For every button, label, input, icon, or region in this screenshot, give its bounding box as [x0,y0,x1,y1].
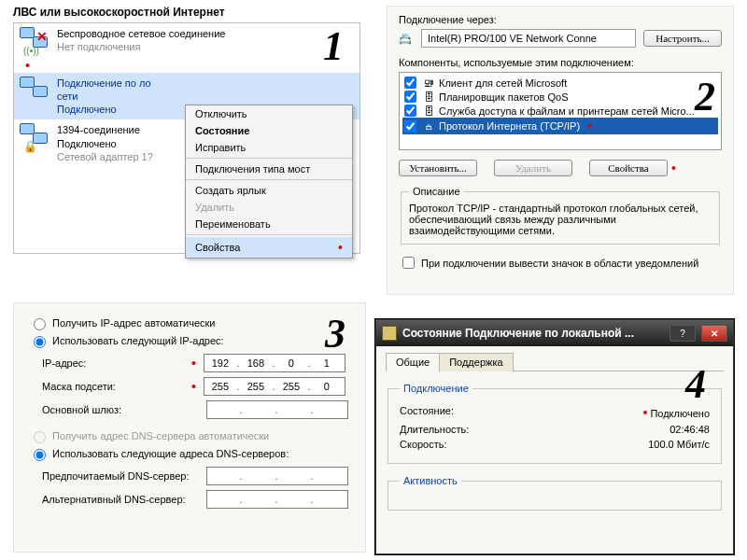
network-icon [20,77,49,103]
speed-label: Скорость: [400,439,447,450]
step-1: 1 [323,22,344,70]
menu-repair[interactable]: Исправить [186,139,352,156]
component-label: Протокол Интернета (TCP/IP) [439,120,580,132]
radio-label: Использовать следующие адреса DNS-сервер… [52,448,289,459]
group-legend: Подключение [400,383,472,394]
connection-name: 1394-соединение [57,123,153,136]
connect-via-label: Подключение через: [399,14,722,25]
tab-support[interactable]: Поддержка [439,353,513,371]
mask-label: Маска подсети: [42,381,191,392]
firewire-icon: 🔒 [23,140,37,153]
mask-input[interactable]: 255. 255. 255. 0 [204,377,345,396]
radio-label: Использовать следующий IP-адрес: [52,335,224,346]
marker-dot: • [191,356,196,371]
dns1-label: Предпочитаемый DNS-сервер: [42,470,191,482]
dns2-input[interactable]: ... [206,490,348,509]
disconnected-icon: ✕ [36,29,48,44]
component-fileprint[interactable]: 🗄 Служба доступа к файлам и принтерам се… [402,104,718,118]
gateway-input[interactable]: . . . [206,400,348,419]
step-4: 4 [685,360,706,408]
wifi-icon: ((•)) [23,46,39,56]
tabstrip: Общие Поддержка [386,352,724,371]
client-icon: 🖳 [422,77,435,89]
description-text: Протокол TCP/IP - стандартный протокол г… [409,203,712,236]
menu-delete: Удалить [186,199,352,216]
component-checkbox[interactable] [404,105,416,117]
radio-auto-ip[interactable]: Получить IP-адрес автоматически [29,315,350,330]
ip-label: IP-адрес: [42,357,191,369]
menu-bridge[interactable]: Подключения типа мост [186,161,352,177]
radio-label: Получить адрес DNS-сервера автоматически [52,430,269,441]
adapter-icon: 📇 [399,33,414,45]
group-activity: Активность [388,475,722,511]
dns1-input[interactable]: ... [206,467,348,485]
component-checkbox[interactable] [404,91,416,103]
menu-status[interactable]: Состояние [186,122,352,139]
notify-label: При подключении вывести значок в области… [421,258,698,269]
marker-dot: • [338,240,343,255]
connection-name: Беспроводное сетевое соединение [57,27,225,40]
radio-manual-ip[interactable]: Использовать следующий IP-адрес: [29,333,350,348]
connection-status: Нет подключения [57,40,225,53]
window-icon [382,326,397,341]
configure-button[interactable]: Настроить... [643,30,722,47]
network-icon: 🔒 [20,123,49,149]
close-button[interactable]: ✕ [701,325,727,342]
menu-rename[interactable]: Переименовать [186,216,352,232]
context-menu: Отключить Состояние Исправить Подключени… [185,105,353,259]
menu-label: Свойства [195,242,240,253]
component-tcpip[interactable]: 🜁 Протокол Интернета (TCP/IP) • [402,118,718,134]
properties-button[interactable]: Свойства [589,160,668,176]
description-legend: Описание [409,186,464,197]
install-button[interactable]: Установить... [399,160,477,176]
connection-wireless[interactable]: ✕ ((•)) Беспроводное сетевое соединение … [14,23,359,58]
titlebar[interactable]: Состояние Подключение по локальной ... ?… [376,320,733,346]
connection-status: Подключено [57,137,153,150]
menu-properties[interactable]: Свойства • [186,237,352,258]
duration-value: 02:46:48 [669,424,710,435]
protocol-icon: 🜁 [422,120,435,132]
component-checkbox[interactable] [404,77,416,89]
step-2: 2 [695,73,715,120]
panel-ip-settings: Получить IP-адрес автоматически Использо… [13,302,366,553]
adapter-name: Intel(R) PRO/100 VE Network Conne [421,29,636,48]
component-qos[interactable]: 🗄 Планировщик пакетов QoS [402,90,718,104]
group-connection: Подключение Состояние: • Подключено Длит… [388,383,722,464]
component-label: Служба доступа к файлам и принтерам сете… [439,105,695,117]
connection-name: Подключение по ло сети [57,77,151,104]
radio-auto-dns: Получить адрес DNS-сервера автоматически [29,428,350,443]
menu-disable[interactable]: Отключить [186,105,352,122]
remove-button: Удалить [494,160,572,176]
dns2-label: Альтернативный DNS-сервер: [42,494,191,505]
window-connection-status: Состояние Подключение по локальной ... ?… [375,319,734,554]
components-label: Компоненты, используемые этим подключени… [399,57,722,68]
state-label: Состояние: [400,405,454,420]
network-icon: ✕ ((•)) [20,27,49,53]
marker-dot: • [191,379,196,394]
tab-general[interactable]: Общие [386,353,440,371]
notify-checkbox[interactable] [402,257,415,269]
description-group: Описание Протокол TCP/IP - стандартный п… [401,186,720,245]
component-client[interactable]: 🖳 Клиент для сетей Microsoft [402,76,718,90]
components-list[interactable]: 🖳 Клиент для сетей Microsoft 🗄 Планировщ… [399,72,722,150]
radio-manual-dns[interactable]: Использовать следующие адреса DNS-сервер… [29,446,350,461]
duration-label: Длительность: [400,424,469,435]
connection-adapter: Сетевой адаптер 1? [57,150,153,163]
panel-title: ЛВС или высокоскоростной Интернет [13,6,360,19]
service-icon: 🗄 [422,105,435,117]
menu-shortcut[interactable]: Создать ярлык [186,182,352,199]
panel-connection-properties: Подключение через: 📇 Intel(R) PRO/100 VE… [387,6,734,295]
radio-label: Получить IP-адрес автоматически [52,317,215,329]
speed-value: 100.0 Мбит/с [648,439,710,450]
component-label: Клиент для сетей Microsoft [439,77,567,89]
window-title: Состояние Подключение по локальной ... [402,327,664,340]
component-checkbox[interactable] [404,120,416,133]
connection-status: Подключено [57,103,151,116]
marker-dot: • [642,405,647,420]
help-button[interactable]: ? [669,325,696,342]
marker-dot: • [25,58,30,73]
panel-connections: ЛВС или высокоскоростной Интернет ✕ ((•)… [13,6,360,269]
marker-dot: • [587,119,592,133]
service-icon: 🗄 [422,91,435,103]
step-3: 3 [325,310,345,357]
